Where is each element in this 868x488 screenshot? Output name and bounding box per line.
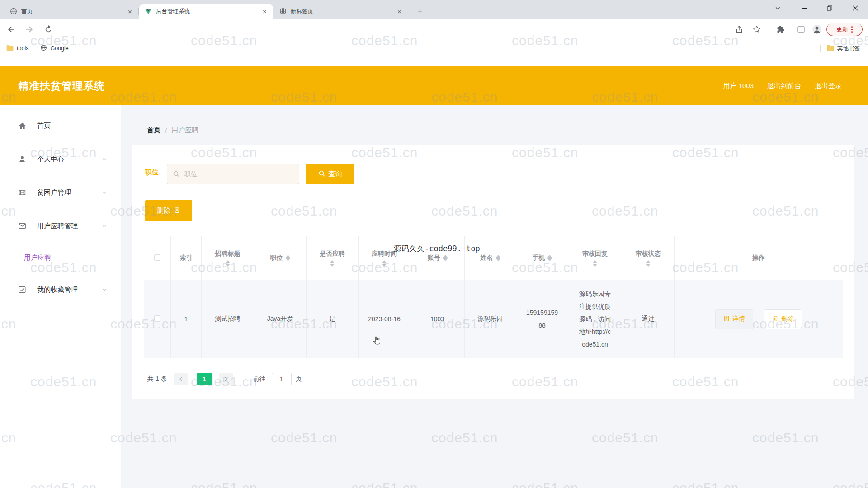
bulk-delete-button[interactable]: 删除 [145, 200, 192, 221]
window-menu-chevron[interactable] [767, 0, 788, 16]
row-checkbox[interactable] [154, 315, 160, 322]
user-icon [18, 155, 27, 163]
search-button[interactable]: 查询 [306, 164, 354, 184]
tab-title: 后台管理系统 [156, 8, 261, 15]
new-tab-button[interactable]: + [414, 5, 426, 17]
sidebar-item-label: 我的收藏管理 [37, 286, 78, 294]
th-index: 索引 [171, 236, 202, 280]
browser-toolbar: http://localhost:8080/springbootsudk0/ad… [0, 19, 868, 40]
applications-table: 索引 招聘标题 职位 是否应聘 应聘时间 账号 姓名 手机 审核回复 审核状态 … [144, 236, 843, 358]
folder-icon [827, 45, 834, 52]
breadcrumb: 首页 / 用户应聘 [147, 126, 198, 135]
app-title: 精准扶贫管理系统 [18, 66, 105, 105]
breadcrumb-separator: / [165, 127, 167, 134]
share-icon[interactable] [731, 22, 747, 37]
sidebar-item-my-favorites-mgmt[interactable]: 我的收藏管理 [0, 273, 121, 306]
sort-caret-icon[interactable] [443, 255, 448, 261]
check-square-icon [18, 286, 27, 294]
th-review-reply: 审核回复 [568, 236, 622, 280]
vue-icon [145, 8, 152, 15]
window-restore-button[interactable] [819, 0, 840, 16]
sidebar-item-personal-center[interactable]: 个人中心 [0, 142, 121, 176]
sort-caret-icon[interactable] [646, 260, 651, 267]
reload-button[interactable] [41, 22, 56, 37]
pagination-prev-button[interactable] [174, 373, 188, 385]
bookmark-google[interactable]: Google [40, 44, 68, 52]
detail-button[interactable]: 详情 [715, 309, 753, 329]
trash-icon [174, 206, 180, 215]
row-delete-button[interactable]: 删除 [764, 309, 802, 329]
pagination-goto-input[interactable] [272, 373, 292, 385]
browser-window: 首页 × 后台管理系统 × 新标签页 × + [0, 0, 868, 488]
cell-applied: 是 [307, 280, 359, 358]
pagination-goto-label: 前往 [253, 375, 266, 383]
tab-title: 新标签页 [291, 8, 396, 15]
position-search-input[interactable] [167, 164, 299, 184]
sidebar-item-poor-household-mgmt[interactable]: 贫困户管理 [0, 176, 121, 209]
pagination-next-button[interactable] [219, 373, 233, 385]
cell-phone: 15915915988 [516, 280, 568, 358]
bookmark-star-icon[interactable] [749, 22, 764, 37]
side-panel-icon[interactable] [793, 22, 809, 37]
sidebar-item-user-application-mgmt[interactable]: 用户应聘管理 [0, 209, 121, 243]
sidebar-item-label: 贫困户管理 [37, 188, 71, 197]
close-tab-icon[interactable]: × [261, 8, 269, 15]
window-minimize-button[interactable] [794, 0, 815, 16]
cell-actions: 详情 删除 [675, 280, 843, 358]
table-row[interactable]: 1 测试招聘 Java开发 是 2023-08-16 1003 源码乐园 159… [144, 280, 843, 358]
table-header-row: 索引 招聘标题 职位 是否应聘 应聘时间 账号 姓名 手机 审核回复 审核状态 … [144, 236, 843, 280]
logout-link[interactable]: 退出登录 [815, 82, 842, 90]
pagination-page-1[interactable]: 1 [197, 373, 212, 385]
back-button[interactable] [4, 22, 19, 37]
delete-button-label: 删除 [781, 315, 794, 323]
sort-caret-icon[interactable] [547, 255, 552, 261]
chevron-down-icon [102, 156, 107, 162]
close-tab-icon[interactable]: × [396, 8, 403, 15]
window-close-button[interactable] [845, 0, 866, 16]
sidebar-item-label: 个人中心 [37, 155, 64, 164]
th-recruit-title: 招聘标题 [202, 236, 254, 280]
sort-caret-icon[interactable] [226, 260, 230, 267]
chevron-up-icon [102, 223, 107, 229]
profile-avatar-icon[interactable] [809, 22, 825, 37]
sort-caret-icon[interactable] [593, 260, 597, 267]
document-icon [723, 315, 730, 323]
tab-strip: 首页 × 后台管理系统 × 新标签页 × + [0, 0, 868, 19]
bookmark-folder-tools[interactable]: tools [6, 45, 28, 52]
sidebar: 首页 个人中心 贫困户管理 [0, 105, 121, 488]
sort-caret-icon[interactable] [330, 260, 335, 267]
extensions-icon[interactable] [773, 22, 788, 37]
chrome-update-button[interactable]: 更新 [826, 23, 863, 36]
browser-tab-admin[interactable]: 后台管理系统 × [139, 4, 273, 19]
tab-title: 首页 [21, 8, 126, 15]
bookmark-label: 其他书签 [837, 45, 860, 52]
cell-select [144, 280, 171, 358]
update-label: 更新 [836, 25, 848, 33]
breadcrumb-home[interactable]: 首页 [147, 126, 160, 135]
sidebar-item-home[interactable]: 首页 [0, 109, 121, 142]
th-position: 职位 [254, 236, 307, 280]
browser-tab-home[interactable]: 首页 × [5, 4, 138, 19]
search-icon [318, 170, 326, 178]
forward-button[interactable] [22, 22, 37, 37]
select-all-checkbox[interactable] [154, 254, 160, 261]
cell-position: Java开发 [254, 280, 307, 358]
sort-caret-icon[interactable] [496, 255, 500, 261]
globe-icon [40, 44, 47, 52]
other-bookmarks-folder[interactable]: 其他书签 [820, 45, 860, 52]
filter-field-label: 职位 [145, 168, 159, 177]
th-name: 姓名 [465, 236, 516, 280]
sort-caret-icon[interactable] [382, 260, 387, 267]
exit-to-front-link[interactable]: 退出到前台 [767, 82, 801, 90]
detail-button-label: 详情 [732, 315, 745, 323]
sort-caret-icon[interactable] [286, 255, 290, 261]
content-card: 职位 查询 删除 [132, 145, 854, 399]
header-user-label[interactable]: 用户 1003 [723, 82, 754, 90]
close-tab-icon[interactable]: × [126, 8, 134, 15]
sidebar-subitem-user-application[interactable]: 用户应聘 [0, 243, 121, 273]
browser-menu-icon[interactable] [851, 26, 853, 33]
th-applied: 是否应聘 [307, 236, 359, 280]
bookmarks-bar: tools Google 其他书签 [0, 40, 868, 57]
browser-tab-newtab[interactable]: 新标签页 × [274, 4, 408, 19]
globe-icon [10, 8, 17, 15]
